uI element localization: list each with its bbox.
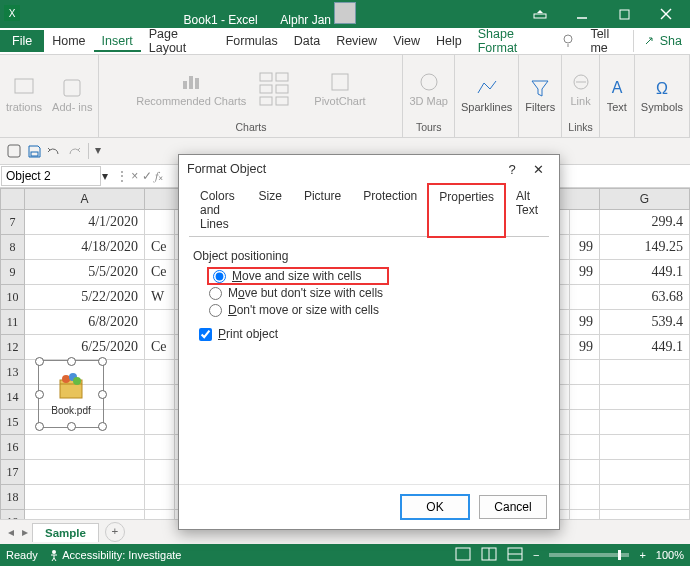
qat-more-icon[interactable]: ▾	[95, 143, 111, 159]
resize-handle[interactable]	[98, 357, 107, 366]
tab-review[interactable]: Review	[328, 30, 385, 52]
tab-shape-format[interactable]: Shape Format	[470, 23, 555, 59]
save-icon[interactable]	[26, 143, 42, 159]
ribbon-filters[interactable]: Filters	[525, 77, 555, 113]
row-header[interactable]: 10	[1, 285, 25, 310]
resize-handle[interactable]	[35, 357, 44, 366]
radio-move-no-size[interactable]	[209, 287, 222, 300]
view-normal-icon[interactable]	[455, 547, 471, 563]
svg-rect-20	[276, 97, 288, 105]
row-header[interactable]: 18	[1, 485, 25, 510]
resize-handle[interactable]	[98, 422, 107, 431]
dialog-help-button[interactable]: ?	[499, 162, 525, 177]
ribbon-3d-map[interactable]: 3D Map	[409, 71, 448, 107]
share-button[interactable]: Sha	[633, 30, 690, 52]
resize-handle[interactable]	[67, 357, 76, 366]
zoom-slider[interactable]	[549, 553, 629, 557]
ribbon-addins[interactable]: Add- ins	[52, 77, 92, 113]
zoom-in-icon[interactable]: +	[639, 549, 645, 561]
col-G[interactable]: G	[600, 189, 690, 210]
ok-button[interactable]: OK	[401, 495, 469, 519]
svg-rect-10	[64, 80, 80, 96]
svg-rect-16	[260, 85, 272, 93]
section-object-positioning: Object positioning	[193, 249, 545, 263]
zoom-out-icon[interactable]: −	[533, 549, 539, 561]
dlg-tab-alt-text[interactable]: Alt Text	[505, 183, 549, 236]
row-header[interactable]: 7	[1, 210, 25, 235]
dlg-tab-colors[interactable]: Colors and Lines	[189, 183, 248, 236]
row-header[interactable]: 9	[1, 260, 25, 285]
opt-move-no-size[interactable]: Move but don't size with cells	[209, 286, 545, 300]
tell-me[interactable]: Tell me	[582, 23, 632, 59]
svg-rect-17	[260, 97, 272, 105]
resize-handle[interactable]	[35, 390, 44, 399]
row-header[interactable]: 15	[1, 410, 25, 435]
ribbon-pivot-chart[interactable]: PivotChart	[314, 71, 365, 107]
ribbon-recommended-charts[interactable]: Recommended Charts	[136, 71, 246, 107]
cancel-button[interactable]: Cancel	[479, 495, 547, 519]
tab-home[interactable]: Home	[44, 30, 93, 52]
ribbon-group-illustrations: trations Add- ins	[0, 55, 99, 137]
ribbon-group-symbols: ΩSymbols	[635, 55, 690, 137]
ribbon-chart-types[interactable]	[256, 69, 304, 109]
tab-formulas[interactable]: Formulas	[218, 30, 286, 52]
embedded-object[interactable]: Book.pdf	[38, 360, 104, 428]
radio-move-and-size[interactable]	[213, 270, 226, 283]
view-layout-icon[interactable]	[481, 547, 497, 563]
user-avatar[interactable]	[334, 2, 356, 24]
opt-move-and-size[interactable]: MMove and size with cellsove and size wi…	[209, 269, 387, 283]
dlg-tab-protection[interactable]: Protection	[352, 183, 428, 236]
row-header[interactable]: 17	[1, 460, 25, 485]
ribbon-sparklines[interactable]: Sparklines	[461, 77, 512, 113]
row-header[interactable]: 14	[1, 385, 25, 410]
name-box-input[interactable]	[2, 167, 100, 185]
close-button[interactable]	[646, 0, 686, 28]
dlg-tab-picture[interactable]: Picture	[293, 183, 352, 236]
resize-handle[interactable]	[67, 422, 76, 431]
tab-nav-prev-icon[interactable]: ◂	[4, 525, 18, 539]
view-pagebreak-icon[interactable]	[507, 547, 523, 563]
radio-dont-move[interactable]	[209, 304, 222, 317]
ribbon-text[interactable]: AText	[606, 77, 628, 113]
svg-rect-9	[15, 79, 33, 93]
tab-file[interactable]: File	[0, 30, 44, 52]
row-header[interactable]: 13	[1, 360, 25, 385]
lightbulb-icon	[560, 32, 576, 50]
opt-dont-move[interactable]: Don't move or size with cells	[209, 303, 545, 317]
row-header[interactable]: 11	[1, 310, 25, 335]
pdf-file-icon	[56, 372, 86, 402]
fx-icon[interactable]: ⋮ × ✓ 𝑓ₓ	[108, 169, 171, 183]
row-header[interactable]: 16	[1, 435, 25, 460]
tab-data[interactable]: Data	[286, 30, 328, 52]
svg-point-32	[52, 550, 56, 554]
tab-view[interactable]: View	[385, 30, 428, 52]
tab-help[interactable]: Help	[428, 30, 470, 52]
svg-rect-26	[8, 145, 20, 157]
tab-page-layout[interactable]: Page Layout	[141, 23, 218, 59]
zoom-level[interactable]: 100%	[656, 549, 684, 561]
ribbon-symbols[interactable]: ΩSymbols	[641, 77, 683, 113]
redo-icon[interactable]	[66, 143, 82, 159]
opt-print-object[interactable]: Print object	[199, 327, 545, 341]
tab-nav-next-icon[interactable]: ▸	[18, 525, 32, 539]
dialog-close-button[interactable]: ✕	[525, 162, 551, 177]
accessibility-status[interactable]: Accessibility: Investigate	[48, 549, 182, 561]
add-sheet-button[interactable]: +	[105, 522, 125, 542]
dlg-tab-properties[interactable]: Properties	[428, 184, 505, 237]
autosave-icon[interactable]	[6, 143, 22, 159]
sheet-tab-active[interactable]: Sample	[32, 523, 99, 542]
row-header[interactable]: 12	[1, 335, 25, 360]
resize-handle[interactable]	[35, 422, 44, 431]
tab-insert[interactable]: Insert	[94, 30, 141, 52]
format-object-dialog: Format Object ? ✕ Colors and Lines Size …	[178, 154, 560, 530]
ribbon-group-text: AText	[600, 55, 635, 137]
row-header[interactable]: 8	[1, 235, 25, 260]
undo-icon[interactable]	[46, 143, 62, 159]
resize-handle[interactable]	[98, 390, 107, 399]
checkbox-print-object[interactable]	[199, 328, 212, 341]
dlg-tab-size[interactable]: Size	[248, 183, 293, 236]
ribbon-illustrations[interactable]: trations	[6, 77, 42, 113]
col-A[interactable]: A	[25, 189, 145, 210]
row-header[interactable]: 19	[1, 510, 25, 520]
ribbon-link[interactable]: Link	[570, 71, 592, 107]
